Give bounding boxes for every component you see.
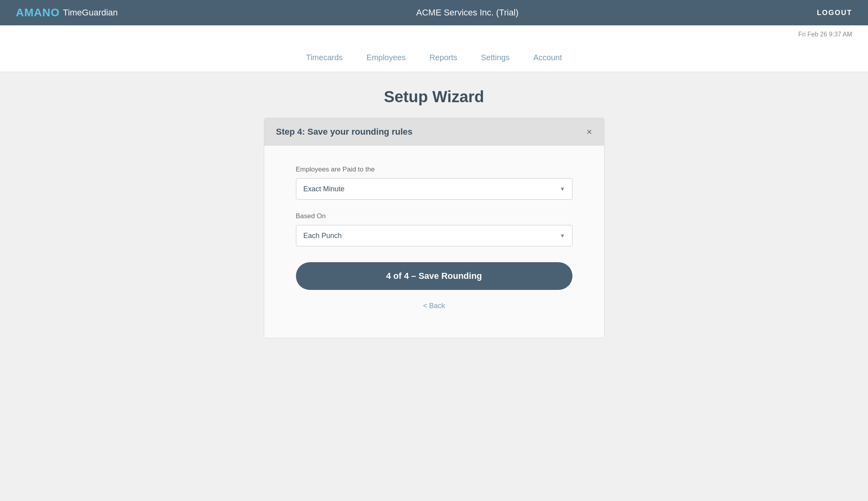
paid-to-group: Employees are Paid to the Exact Minute N…	[296, 166, 572, 200]
logout-button[interactable]: LOGOUT	[817, 9, 852, 17]
paid-to-select-wrapper: Exact Minute Nearest 5 Minutes Nearest 1…	[296, 178, 572, 200]
wizard-body: Employees are Paid to the Exact Minute N…	[264, 146, 604, 338]
nav-settings[interactable]: Settings	[481, 51, 509, 64]
paid-to-label: Employees are Paid to the	[296, 166, 572, 173]
based-on-group: Based On Each Punch Daily Totals Weekly …	[296, 212, 572, 246]
wizard-card: Step 4: Save your rounding rules × Emplo…	[264, 118, 605, 338]
save-rounding-button[interactable]: 4 of 4 – Save Rounding	[296, 262, 572, 290]
main-nav: Timecards Employees Reports Settings Acc…	[0, 44, 868, 72]
main-content: Setup Wizard Step 4: Save your rounding …	[0, 72, 868, 354]
datetime-display: Fri Feb 26 9:37 AM	[798, 31, 852, 38]
wizard-header: Step 4: Save your rounding rules ×	[264, 118, 604, 146]
nav-container: Timecards Employees Reports Settings Acc…	[306, 44, 562, 72]
logo-amano: AMANO	[16, 6, 60, 19]
nav-account[interactable]: Account	[533, 51, 562, 64]
logo: AMANO TimeGuardian	[16, 6, 118, 19]
based-on-select-wrapper: Each Punch Daily Totals Weekly Totals ▼	[296, 225, 572, 246]
paid-to-select[interactable]: Exact Minute Nearest 5 Minutes Nearest 1…	[296, 178, 572, 200]
company-title: ACME Services Inc. (Trial)	[416, 8, 519, 18]
nav-timecards[interactable]: Timecards	[306, 51, 343, 64]
wizard-close-button[interactable]: ×	[586, 127, 592, 137]
nav-reports[interactable]: Reports	[429, 51, 457, 64]
nav-employees[interactable]: Employees	[366, 51, 406, 64]
wizard-step-title: Step 4: Save your rounding rules	[276, 127, 413, 137]
datetime-bar: Fri Feb 26 9:37 AM	[0, 25, 868, 44]
back-button[interactable]: < Back	[423, 302, 445, 318]
based-on-select[interactable]: Each Punch Daily Totals Weekly Totals	[296, 225, 572, 246]
app-header: AMANO TimeGuardian ACME Services Inc. (T…	[0, 0, 868, 25]
based-on-label: Based On	[296, 212, 572, 220]
page-title: Setup Wizard	[384, 88, 484, 106]
logo-timeguardian: TimeGuardian	[63, 8, 118, 18]
